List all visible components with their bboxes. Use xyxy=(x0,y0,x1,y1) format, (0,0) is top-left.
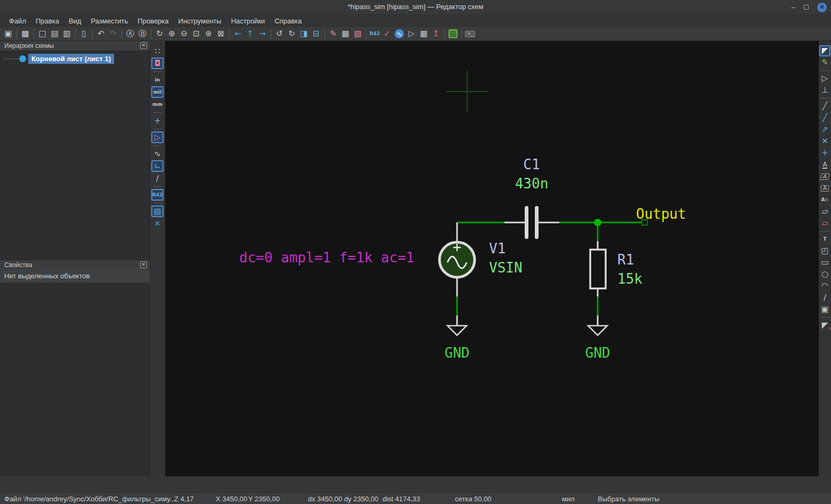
menu-edit[interactable]: Правка xyxy=(31,15,64,27)
refresh[interactable]: ↻ xyxy=(153,28,166,40)
hierarchy-root-row[interactable]: Корневой лист (лист 1) xyxy=(0,53,114,64)
add-circle[interactable]: ○ xyxy=(819,269,830,280)
r1-reference[interactable]: R1 xyxy=(617,253,634,267)
units-mm[interactable]: mm xyxy=(151,98,164,110)
nav-up[interactable]: ↑ xyxy=(244,28,256,40)
redo[interactable]: ↷ xyxy=(107,28,119,40)
close-button[interactable]: ✕ xyxy=(817,3,827,12)
output-net-label[interactable]: Output xyxy=(636,207,686,221)
menu-preferences[interactable]: Настройки xyxy=(226,15,270,27)
zoom-selection[interactable]: ⊠ xyxy=(215,28,227,40)
add-symbol[interactable]: ▷ xyxy=(819,73,830,84)
menu-tools[interactable]: Инструменты xyxy=(174,15,226,27)
paste[interactable]: ▯ xyxy=(78,28,90,40)
find-replace[interactable]: Ⓑ xyxy=(136,28,149,40)
page-settings[interactable]: □ xyxy=(36,28,48,40)
add-bus[interactable]: ╱ xyxy=(819,112,830,123)
crosshair-cursor[interactable]: + xyxy=(151,115,164,127)
c1-reference[interactable]: C1 xyxy=(509,158,554,172)
nav-forward[interactable]: → xyxy=(256,28,268,40)
erc[interactable]: ✓ xyxy=(381,28,393,40)
units-mil[interactable]: mil xyxy=(151,86,164,98)
zoom-objects[interactable]: ⊛ xyxy=(202,28,215,40)
grid-override[interactable]: ◘ xyxy=(151,57,164,69)
v1-reference[interactable]: V1 xyxy=(489,242,506,256)
fields-table[interactable]: ▦ xyxy=(418,28,430,40)
units-in[interactable]: in xyxy=(151,74,164,86)
delete-tool[interactable]: ◤ xyxy=(819,320,830,331)
annotations-visibility[interactable]: R42 xyxy=(151,189,164,201)
r1-value[interactable]: 15k xyxy=(617,272,642,286)
zoom-fit[interactable]: ⊡ xyxy=(190,28,202,40)
resistor-body[interactable] xyxy=(590,250,606,288)
gnd2-symbol[interactable] xyxy=(588,326,607,335)
sim-params-text[interactable]: dc=0 ampl=1 f=1k ac=1 xyxy=(239,251,414,265)
edit-symbol-fields[interactable]: ▧ xyxy=(352,28,364,40)
print[interactable]: ▤ xyxy=(48,28,61,40)
terminal[interactable]: >_ xyxy=(464,28,476,40)
c1-value[interactable]: 430n xyxy=(509,177,554,191)
capacitor-plate-left[interactable] xyxy=(525,206,528,239)
open-pcb[interactable]: ▦ xyxy=(447,28,459,40)
gnd1-label[interactable]: GND xyxy=(435,346,479,360)
symbol-editor[interactable]: ✎ xyxy=(327,28,339,40)
zoom-in[interactable]: ⊕ xyxy=(166,28,178,40)
annotate[interactable]: R42 xyxy=(369,28,381,40)
add-arc[interactable]: ◠ xyxy=(819,280,830,292)
add-text-box[interactable]: ◰ xyxy=(819,245,830,257)
hierarchy-close-icon[interactable]: ✕ xyxy=(140,42,147,49)
line-mode-45[interactable]: ∕ xyxy=(151,172,164,184)
grid-show[interactable]: ∷ xyxy=(151,45,164,57)
select-tool[interactable]: ◤ xyxy=(819,45,830,56)
undo[interactable]: ↶ xyxy=(95,28,107,40)
nav-back[interactable]: ← xyxy=(232,28,244,40)
add-no-connect[interactable]: ✕ xyxy=(819,136,830,147)
menu-place[interactable]: Разместить xyxy=(86,15,133,27)
line-mode-hv[interactable]: ∟ xyxy=(151,160,164,172)
mirror-vertical[interactable]: ⊟ xyxy=(310,28,322,40)
library-browser[interactable]: ▦ xyxy=(339,28,352,40)
add-hier-label[interactable]: A xyxy=(819,183,830,194)
plot[interactable]: ▥ xyxy=(61,28,73,40)
v1-value[interactable]: VSIN xyxy=(489,261,523,275)
save[interactable]: ▣ xyxy=(2,28,14,40)
add-rectangle[interactable]: ▭ xyxy=(819,257,830,268)
line-mode-free[interactable]: ∿ xyxy=(151,148,164,160)
highlight-net[interactable]: ✎ xyxy=(819,57,830,68)
add-image[interactable]: ▣ xyxy=(819,304,830,315)
root-sheet-item[interactable]: Корневой лист (лист 1) xyxy=(28,54,114,64)
properties-close-icon[interactable]: ✕ xyxy=(140,261,147,268)
restore-button[interactable] xyxy=(804,5,809,10)
rotate-cw[interactable]: ↻ xyxy=(286,28,298,40)
rotate-ccw[interactable]: ↺ xyxy=(273,28,286,40)
probe[interactable]: ▷ xyxy=(405,28,418,40)
zoom-out[interactable]: ⊖ xyxy=(178,28,190,40)
menu-view[interactable]: Вид xyxy=(64,15,86,27)
hierarchy-navigator[interactable]: ▤ xyxy=(151,205,164,217)
add-sheet-pin[interactable]: A◇ xyxy=(819,194,830,205)
properties-toggle[interactable]: ✕ xyxy=(151,218,164,229)
schematic-setup[interactable]: ▩ xyxy=(19,28,31,40)
simulator[interactable]: ∿ xyxy=(393,28,405,40)
find[interactable]: Ⓐ xyxy=(124,28,136,40)
minimize-button[interactable]: – xyxy=(792,3,795,11)
junction-dot[interactable] xyxy=(594,219,601,226)
gnd2-label[interactable]: GND xyxy=(575,346,620,360)
hidden-pins[interactable]: ▷ xyxy=(151,131,164,143)
gnd1-symbol[interactable] xyxy=(447,326,467,335)
add-global-label[interactable]: A xyxy=(819,171,830,182)
add-net-label[interactable]: A xyxy=(819,159,830,170)
assign-footprints[interactable]: ↥ xyxy=(430,28,442,40)
mirror-horizontal[interactable]: ◨ xyxy=(298,28,310,40)
menu-help[interactable]: Справка xyxy=(270,15,306,27)
add-bus-entry[interactable]: ⇗ xyxy=(819,124,830,135)
capacitor-plate-right[interactable] xyxy=(535,206,539,239)
add-line[interactable]: ∕ xyxy=(819,292,830,303)
add-power[interactable]: ⊥ xyxy=(819,85,830,96)
import-sheet-pin[interactable]: ▱ xyxy=(819,218,830,229)
add-sheet[interactable]: ▱ xyxy=(819,206,830,217)
menu-inspect[interactable]: Проверка xyxy=(133,15,173,27)
add-wire[interactable]: ╱ xyxy=(819,101,830,112)
add-junction[interactable]: + xyxy=(819,147,830,159)
menu-file[interactable]: Файл xyxy=(4,15,31,27)
